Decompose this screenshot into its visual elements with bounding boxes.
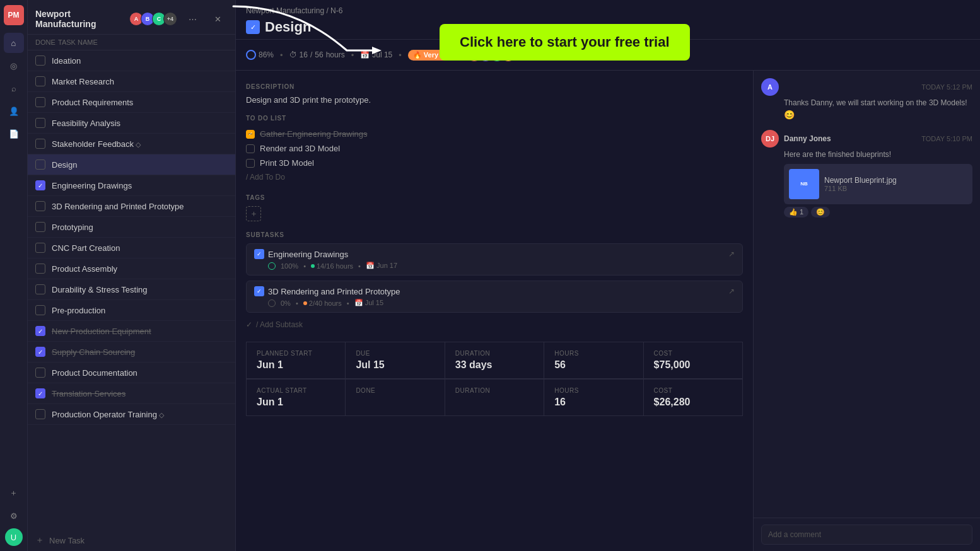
todo-item[interactable]: Print 3D Model [246, 156, 743, 170]
comment-input[interactable] [761, 525, 972, 545]
nav-team[interactable]: 👤 [4, 101, 24, 121]
attachment-name: Newport Blueprint.jpg [824, 176, 897, 185]
todo-item[interactable]: ✓Gather Engineering Drawings [246, 127, 743, 141]
task-list-item[interactable]: Feasibility Analysis [28, 113, 235, 134]
nav-inbox[interactable]: ◎ [4, 55, 24, 76]
task-list-item[interactable]: Durability & Stress Testing [28, 279, 235, 300]
task-list-item[interactable]: Prototyping [28, 217, 235, 238]
task-list-item[interactable]: ✓Engineering Drawings [28, 175, 235, 196]
subtask-external-link[interactable]: ↗ [728, 287, 735, 296]
task-checkbox[interactable]: ✓ [35, 326, 45, 336]
task-checkbox[interactable] [35, 243, 45, 253]
add-reaction-button[interactable]: 😊 [811, 207, 830, 218]
nav-search[interactable]: ⌕ [4, 78, 24, 98]
add-tag-button[interactable]: ＋ [246, 206, 261, 221]
subtask-item[interactable]: ✓3D Rendering and Printed Prototype↗ 0% … [246, 281, 743, 313]
add-subtask-row[interactable]: ✓ / Add Subtask [246, 318, 743, 332]
task-list-item[interactable]: CNC Part Creation [28, 238, 235, 258]
subtask-progress-icon [268, 262, 276, 270]
task-list-item[interactable]: Stakeholder Feedback [28, 134, 235, 154]
hours-done: 16 [300, 50, 308, 59]
reaction-badge[interactable]: 👍 1 [784, 207, 808, 218]
task-list-item[interactable]: Product Requirements [28, 92, 235, 113]
todo-list: TO DO LIST ✓Gather Engineering DrawingsR… [246, 115, 743, 184]
nav-home[interactable]: ⌂ [4, 33, 24, 53]
planned-duration-label: DURATION [455, 350, 534, 357]
comment-header: A TODAY 5:12 PM [761, 78, 972, 96]
task-name-label: Feasibility Analysis [52, 119, 120, 128]
planned-hours-value: 56 [554, 359, 633, 371]
breadcrumb: Newport Manufacturing / N-6 [246, 6, 970, 15]
task-checkbox[interactable] [35, 305, 45, 315]
nav-docs[interactable]: 📄 [4, 124, 24, 144]
cta-banner[interactable]: Click here to start your free trial [440, 24, 690, 61]
task-checkbox[interactable] [35, 201, 45, 211]
planned-hours-label: HOURS [554, 350, 633, 357]
actual-start-cell: ACTUAL START Jun 1 [247, 380, 346, 416]
planned-due-value: Jul 15 [356, 359, 434, 371]
subtask-header: ✓Engineering Drawings↗ [254, 249, 735, 259]
actual-cost-label: COST [654, 387, 732, 394]
task-list-item[interactable]: Ideation [28, 50, 235, 71]
todo-checkbox[interactable] [246, 144, 255, 153]
subtask-external-link[interactable]: ↗ [728, 250, 735, 258]
task-checkbox[interactable] [35, 284, 45, 294]
add-task-row[interactable]: ＋ New Task [28, 530, 235, 551]
comment-list: A TODAY 5:12 PM Thanks Danny, we will st… [754, 71, 980, 518]
done-column-header: DONE [35, 38, 58, 46]
task-list-item[interactable]: Design [28, 154, 235, 175]
subtask-meta: 100% • 14/16 hours • 📅 Jun 17 [254, 262, 735, 270]
comment-text: Thanks Danny, we will start working on t… [761, 98, 972, 107]
task-list-item[interactable]: ✓New Production Equipment [28, 321, 235, 342]
close-panel-icon[interactable]: ✕ [207, 9, 228, 29]
nav-avatar[interactable]: U [5, 528, 23, 546]
more-options-icon[interactable]: ⋯ [182, 9, 202, 29]
nav-add[interactable]: ＋ [4, 483, 24, 503]
task-checkbox[interactable]: ✓ [35, 388, 45, 398]
task-checkbox[interactable] [35, 160, 45, 170]
subtask-progress: 100% [281, 262, 298, 270]
subtask-progress-icon [268, 299, 276, 307]
actual-duration-label: DURATION [455, 387, 534, 394]
task-name-label: Translation Services [52, 389, 125, 398]
task-list-item[interactable]: Pre-production [28, 300, 235, 321]
task-list-panel: Newport Manufacturing A B C +4 ⋯ ✕ DONE … [28, 0, 236, 551]
task-list-item[interactable]: Market Research [28, 71, 235, 92]
subtask-icon: ✓ [254, 249, 264, 259]
task-checkbox[interactable] [35, 264, 45, 274]
task-list-item[interactable]: Product Documentation [28, 362, 235, 383]
task-list-item[interactable]: ✓Supply Chain Sourcing [28, 342, 235, 362]
task-checkbox[interactable]: ✓ [35, 180, 45, 190]
task-name-label: Ideation [52, 56, 81, 66]
task-checkbox[interactable]: ✓ [35, 347, 45, 357]
task-checkbox[interactable] [35, 118, 45, 128]
actual-start-label: ACTUAL START [257, 387, 335, 394]
task-checkbox[interactable] [35, 222, 45, 232]
add-todo-row[interactable]: / Add To Do [246, 170, 743, 184]
comment-emoji[interactable]: 😊 [761, 110, 972, 120]
planned-cost-cell: COST $75,000 [644, 342, 743, 379]
add-subtask-icon: ✓ [246, 320, 252, 329]
subtask-item[interactable]: ✓Engineering Drawings↗ 100% • 14/16 hour… [246, 243, 743, 276]
task-checkbox[interactable] [35, 368, 45, 378]
task-checkbox[interactable] [35, 97, 45, 107]
task-list-item[interactable]: Production Operator Training [28, 404, 235, 425]
add-task-label: New Task [49, 536, 85, 545]
task-checkbox[interactable] [35, 76, 45, 86]
task-checkbox[interactable] [35, 409, 45, 419]
app-logo[interactable]: PM [4, 5, 24, 25]
actual-duration-cell: DURATION [445, 380, 544, 416]
breadcrumb-code: N-6 [330, 6, 342, 15]
todo-checkbox[interactable]: ✓ [246, 130, 255, 139]
todo-item[interactable]: Render and 3D Model [246, 141, 743, 156]
task-list-item[interactable]: Product Assembly [28, 258, 235, 279]
nav-settings[interactable]: ⚙ [4, 506, 24, 526]
task-list-body: IdeationMarket ResearchProduct Requireme… [28, 50, 235, 530]
task-list-item[interactable]: ✓Translation Services [28, 383, 235, 404]
todo-section-title: TO DO LIST [246, 115, 743, 122]
progress-circle-icon [246, 50, 256, 60]
todo-checkbox[interactable] [246, 159, 255, 168]
task-checkbox[interactable] [35, 139, 45, 149]
task-checkbox[interactable] [35, 55, 45, 66]
task-list-item[interactable]: 3D Rendering and Printed Prototype [28, 196, 235, 217]
